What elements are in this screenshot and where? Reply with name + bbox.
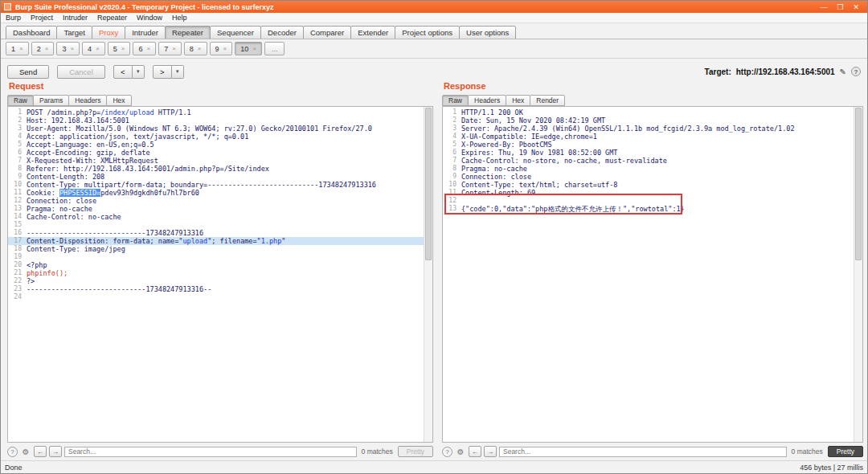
menu-repeater[interactable]: Repeater bbox=[92, 14, 132, 22]
code-line[interactable]: 6Expires: Thu, 19 Nov 1981 08:52:00 GMT bbox=[443, 149, 854, 157]
close-tab-icon[interactable]: × bbox=[198, 45, 202, 52]
close-tab-icon[interactable]: × bbox=[19, 45, 23, 52]
close-tab-icon[interactable]: × bbox=[172, 45, 176, 52]
close-tab-icon[interactable]: × bbox=[121, 45, 125, 52]
response-next-match-button[interactable]: → bbox=[484, 446, 497, 457]
maximize-button[interactable]: ❐ bbox=[837, 3, 843, 11]
help-icon[interactable]: ? bbox=[851, 67, 861, 76]
forward-button[interactable]: > bbox=[153, 65, 172, 79]
tab-comparer[interactable]: Comparer bbox=[303, 26, 351, 39]
close-tab-icon[interactable]: × bbox=[96, 45, 100, 52]
tab-proxy[interactable]: Proxy bbox=[92, 26, 125, 39]
code-line[interactable]: 23-----------------------------173482479… bbox=[8, 285, 424, 293]
response-tab-headers[interactable]: Headers bbox=[468, 95, 506, 106]
code-line[interactable]: 18Content-Type: image/jpeg bbox=[8, 245, 424, 253]
code-line[interactable]: 22?> bbox=[8, 277, 424, 285]
back-dropdown-icon[interactable]: ▼ bbox=[133, 65, 145, 79]
tab-target[interactable]: Target bbox=[56, 26, 92, 39]
response-pretty-button[interactable]: Pretty bbox=[828, 446, 863, 457]
send-button[interactable]: Send bbox=[7, 65, 49, 79]
response-search-input[interactable] bbox=[499, 447, 787, 457]
request-scrollbar-thumb[interactable] bbox=[425, 108, 432, 260]
code-line[interactable]: 7Cache-Control: no-store, no-cache, must… bbox=[443, 157, 854, 165]
code-line[interactable]: 7X-Requested-With: XMLHttpRequest bbox=[8, 157, 424, 165]
close-tab-icon[interactable]: × bbox=[70, 45, 74, 52]
repeater-tab-8[interactable]: 8× bbox=[184, 42, 207, 55]
tab-user-options[interactable]: User options bbox=[459, 26, 516, 39]
tab-intruder[interactable]: Intruder bbox=[125, 26, 166, 39]
response-prev-match-button[interactable]: ← bbox=[469, 446, 481, 457]
code-line[interactable]: 16-----------------------------173482479… bbox=[8, 229, 424, 237]
code-line[interactable]: 24 bbox=[8, 293, 424, 301]
code-line[interactable]: 11Cookie: PHPSESSID=pdev93h9dgkdh0fu7hl7… bbox=[8, 189, 424, 197]
tab-dashboard[interactable]: Dashboard bbox=[6, 26, 57, 39]
response-scrollbar[interactable] bbox=[854, 107, 862, 442]
request-prev-match-button[interactable]: ← bbox=[34, 446, 47, 457]
tab-project-options[interactable]: Project options bbox=[395, 26, 460, 39]
forward-dropdown-icon[interactable]: ▼ bbox=[172, 65, 184, 79]
request-next-match-button[interactable]: → bbox=[49, 446, 62, 457]
repeater-tab-5[interactable]: 5× bbox=[108, 42, 131, 55]
request-tab-headers[interactable]: Headers bbox=[68, 95, 107, 106]
minimize-button[interactable]: — bbox=[820, 3, 827, 11]
code-line[interactable]: 4X-UA-Compatible: IE=edge,chrome=1 bbox=[443, 133, 854, 141]
code-line[interactable]: 20<?php bbox=[8, 261, 424, 269]
menu-intruder[interactable]: Intruder bbox=[58, 14, 92, 22]
code-line[interactable]: 13Pragma: no-cache bbox=[8, 205, 424, 213]
code-line[interactable]: 17Content-Disposition: form-data; name="… bbox=[8, 237, 424, 245]
code-line[interactable]: 3Server: Apache/2.4.39 (Win64) OpenSSL/1… bbox=[443, 125, 854, 133]
code-line[interactable]: 4Accept: application/json, text/javascri… bbox=[8, 133, 424, 141]
code-line[interactable]: 12Connection: close bbox=[8, 197, 424, 205]
code-line[interactable]: 10Content-Type: text/html; charset=utf-8 bbox=[443, 181, 854, 189]
code-line[interactable]: 6Accept-Encoding: gzip, deflate bbox=[8, 149, 424, 157]
code-line[interactable]: 11Content-Length: 69 bbox=[443, 189, 854, 197]
code-line[interactable]: 1HTTP/1.1 200 OK bbox=[443, 108, 854, 116]
code-line[interactable]: 2Host: 192.168.43.164:5001 bbox=[8, 116, 424, 125]
code-line[interactable]: 3User-Agent: Mozilla/5.0 (Windows NT 6.3… bbox=[8, 125, 424, 133]
code-line[interactable]: 2Date: Sun, 15 Nov 2020 08:42:19 GMT bbox=[443, 116, 854, 125]
back-button[interactable]: < bbox=[113, 65, 133, 79]
code-line[interactable]: 19 bbox=[8, 253, 424, 261]
repeater-tab-10[interactable]: 10× bbox=[235, 42, 262, 55]
repeater-tab-6[interactable]: 6× bbox=[133, 42, 156, 55]
close-tab-icon[interactable]: × bbox=[252, 45, 256, 52]
repeater-tab-3[interactable]: 3× bbox=[56, 42, 80, 55]
close-tab-icon[interactable]: × bbox=[223, 45, 227, 52]
code-line[interactable]: 9Content-Length: 208 bbox=[8, 173, 424, 181]
cancel-button[interactable]: Cancel bbox=[57, 65, 105, 79]
menu-project[interactable]: Project bbox=[26, 14, 58, 22]
response-tab-hex[interactable]: Hex bbox=[506, 95, 530, 106]
code-line[interactable]: 13{"code":0,"data":"php格式的文件不允许上传！","row… bbox=[443, 205, 854, 213]
request-editor[interactable]: 1POST /admin.php?p=/index/upload HTTP/1.… bbox=[7, 106, 433, 443]
code-line[interactable]: 12 bbox=[443, 197, 854, 205]
code-line[interactable]: 8Referer: http://192.168.43.164:5001/adm… bbox=[8, 165, 424, 173]
code-line[interactable]: 8Pragma: no-cache bbox=[443, 165, 854, 173]
request-pretty-button[interactable]: Pretty bbox=[398, 446, 433, 457]
repeater-tab-4[interactable]: 4× bbox=[82, 42, 105, 55]
close-tab-icon[interactable]: × bbox=[146, 45, 150, 52]
code-line[interactable]: 1POST /admin.php?p=/index/upload HTTP/1.… bbox=[8, 108, 424, 116]
repeater-tab-7[interactable]: 7× bbox=[158, 42, 182, 55]
menu-burp[interactable]: Burp bbox=[1, 14, 26, 22]
response-editor[interactable]: 1HTTP/1.1 200 OK2Date: Sun, 15 Nov 2020 … bbox=[442, 106, 863, 443]
repeater-tab-9[interactable]: 9× bbox=[210, 42, 233, 55]
menu-window[interactable]: Window bbox=[132, 14, 167, 22]
close-button[interactable]: ✕ bbox=[853, 3, 859, 11]
edit-target-icon[interactable]: ✎ bbox=[840, 67, 846, 76]
request-scrollbar[interactable] bbox=[424, 107, 432, 442]
response-scrollbar-thumb[interactable] bbox=[855, 108, 862, 260]
code-line[interactable]: 5Accept-Language: en-US,en;q=0.5 bbox=[8, 141, 424, 149]
code-line[interactable]: 21phpinfo(); bbox=[8, 269, 424, 277]
tab-decoder[interactable]: Decoder bbox=[260, 26, 304, 39]
tab-repeater[interactable]: Repeater bbox=[165, 26, 211, 39]
tab-sequencer[interactable]: Sequencer bbox=[210, 26, 261, 39]
repeater-tab-2[interactable]: 2× bbox=[31, 42, 55, 55]
response-search-settings-icon[interactable]: ⚙ bbox=[455, 446, 466, 457]
code-line[interactable]: 10Content-Type: multipart/form-data; bou… bbox=[8, 181, 424, 189]
repeater-tab-overflow[interactable]: ... bbox=[264, 42, 285, 55]
request-tab-hex[interactable]: Hex bbox=[106, 95, 131, 106]
request-text[interactable]: 1POST /admin.php?p=/index/upload HTTP/1.… bbox=[8, 107, 424, 442]
request-tab-raw[interactable]: Raw bbox=[7, 95, 34, 106]
code-line[interactable]: 5X-Powered-By: PbootCMS bbox=[443, 141, 854, 149]
response-text[interactable]: 1HTTP/1.1 200 OK2Date: Sun, 15 Nov 2020 … bbox=[443, 107, 854, 442]
